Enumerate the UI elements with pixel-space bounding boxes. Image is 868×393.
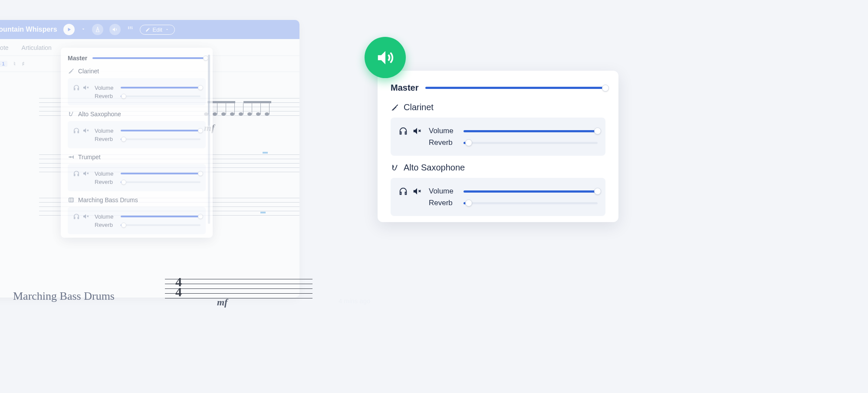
reverb-label: Reverb <box>95 136 116 142</box>
headphones-icon[interactable] <box>73 170 80 177</box>
play-dropdown[interactable] <box>81 26 86 33</box>
metronome-icon <box>95 26 101 33</box>
volume-label: Volume <box>95 85 116 91</box>
mixer-scrollbar[interactable] <box>208 55 210 224</box>
reverb-slider[interactable] <box>464 142 598 144</box>
headphones-icon[interactable] <box>398 187 408 196</box>
clarinet-icon <box>68 68 75 75</box>
score-title: Mountain Whispers <box>0 26 57 33</box>
mixer-button[interactable] <box>109 24 121 35</box>
volume-slider[interactable] <box>464 130 598 132</box>
reverb-label: Reverb <box>95 222 116 228</box>
note-duration-badge[interactable]: ♪1 <box>0 61 7 67</box>
mixer-panel: Master Clarinet Volume Reverb Alto Saxop… <box>61 48 213 238</box>
headphones-icon[interactable] <box>73 84 80 91</box>
instrument-name: Clarinet <box>78 68 99 75</box>
drums-icon <box>68 196 75 203</box>
instrument-name: Marching Bass Drums <box>78 196 138 203</box>
reverb-label: Reverb <box>95 93 116 99</box>
volume-slider[interactable] <box>121 216 201 217</box>
volume-slider[interactable] <box>121 87 201 88</box>
instrument-name: Clarinet <box>404 102 434 112</box>
instrument-controls: Volume Reverb <box>391 118 605 156</box>
instrument-header: Alto Saxophone <box>68 111 206 118</box>
mute-icon[interactable] <box>412 187 422 196</box>
instrument-header: Marching Bass Drums <box>68 196 206 203</box>
volume-label: Volume <box>95 213 116 220</box>
clarinet-icon <box>391 103 399 112</box>
tuning-icon <box>127 25 134 32</box>
reverb-slider[interactable] <box>121 138 201 140</box>
reverb-slider[interactable] <box>121 181 201 183</box>
accidental-natural[interactable]: ♮ <box>13 60 16 67</box>
mute-icon[interactable] <box>82 170 89 177</box>
instrument-controls: Volume Reverb <box>68 121 206 148</box>
dynamic-marking: mf <box>217 297 227 308</box>
instrument-controls: Volume Reverb <box>391 178 605 216</box>
volume-label: Volume <box>429 127 457 135</box>
reverb-label: Reverb <box>429 199 457 207</box>
reverb-label: Reverb <box>95 179 116 185</box>
tab-articulation[interactable]: Articulation <box>22 44 52 56</box>
saxophone-icon <box>391 164 399 172</box>
instrument-header: Clarinet <box>68 68 206 75</box>
instrument-controls: Volume Reverb <box>68 164 206 191</box>
play-button[interactable] <box>63 24 75 35</box>
staff-instrument-label: Marching Bass Drums <box>13 290 115 303</box>
reverb-label: Reverb <box>429 138 457 147</box>
chevron-down-icon <box>165 27 169 32</box>
reverb-slider[interactable] <box>121 224 201 226</box>
callout-master-row: Master <box>391 83 605 93</box>
instrument-controls: Volume Reverb <box>68 207 206 234</box>
headphones-icon[interactable] <box>73 213 80 220</box>
instrument-header: Trumpet <box>68 154 206 160</box>
master-slider[interactable] <box>92 57 206 59</box>
edit-label: Edit <box>153 26 162 33</box>
mute-icon[interactable] <box>412 126 422 136</box>
headphones-icon[interactable] <box>398 126 408 136</box>
speaker-icon <box>112 26 118 33</box>
instrument-header: Alto Saxophone <box>391 163 605 173</box>
svg-rect-0 <box>69 198 74 202</box>
instrument-name: Alto Saxophone <box>404 163 465 173</box>
volume-label: Volume <box>95 170 116 177</box>
master-label: Master <box>391 83 418 93</box>
volume-slider[interactable] <box>464 190 598 193</box>
tab-note[interactable]: Note <box>0 44 9 56</box>
mixer-callout: Master Clarinet Volume Reverb Alto Saxop… <box>378 71 618 222</box>
app-header: Mountain Whispers Edit <box>0 20 299 39</box>
master-label: Master <box>68 55 87 62</box>
volume-slider[interactable] <box>121 130 201 131</box>
master-slider[interactable] <box>425 87 605 89</box>
saxophone-icon <box>68 111 75 118</box>
trumpet-icon <box>68 154 75 160</box>
instrument-name: Trumpet <box>78 154 101 160</box>
instrument-header: Clarinet <box>391 102 605 112</box>
play-icon <box>66 26 72 33</box>
reverb-slider[interactable] <box>121 95 201 97</box>
speaker-icon <box>375 48 395 68</box>
mixer-feature-badge <box>365 37 406 78</box>
volume-slider[interactable] <box>121 173 201 174</box>
master-row: Master <box>68 55 206 62</box>
instrument-controls: Volume Reverb <box>68 78 206 105</box>
volume-label: Volume <box>95 128 116 134</box>
reverb-slider[interactable] <box>464 202 598 204</box>
chevron-down-icon <box>81 26 86 32</box>
accidental-sharp[interactable]: ♯ <box>22 60 25 67</box>
volume-label: Volume <box>429 187 457 196</box>
instrument-name: Alto Saxophone <box>78 111 121 118</box>
headphones-icon[interactable] <box>73 127 80 134</box>
mute-icon[interactable] <box>82 84 89 91</box>
mute-icon[interactable] <box>82 213 89 220</box>
tuning-fork-button[interactable] <box>127 25 134 34</box>
mute-icon[interactable] <box>82 127 89 134</box>
pencil-icon <box>145 27 150 32</box>
edit-button[interactable]: Edit <box>140 25 175 35</box>
timestamp: 4 mins ago <box>339 297 370 305</box>
metronome-button[interactable] <box>92 24 103 35</box>
